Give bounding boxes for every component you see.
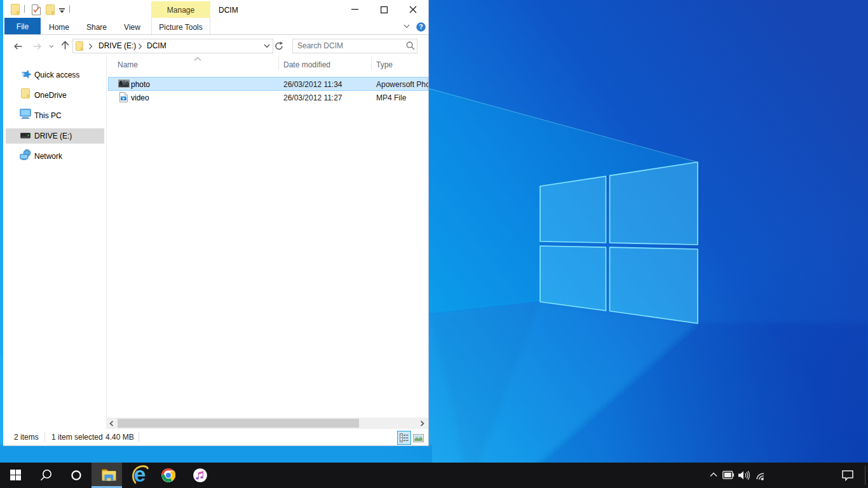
svg-text:?: ? <box>419 23 423 30</box>
